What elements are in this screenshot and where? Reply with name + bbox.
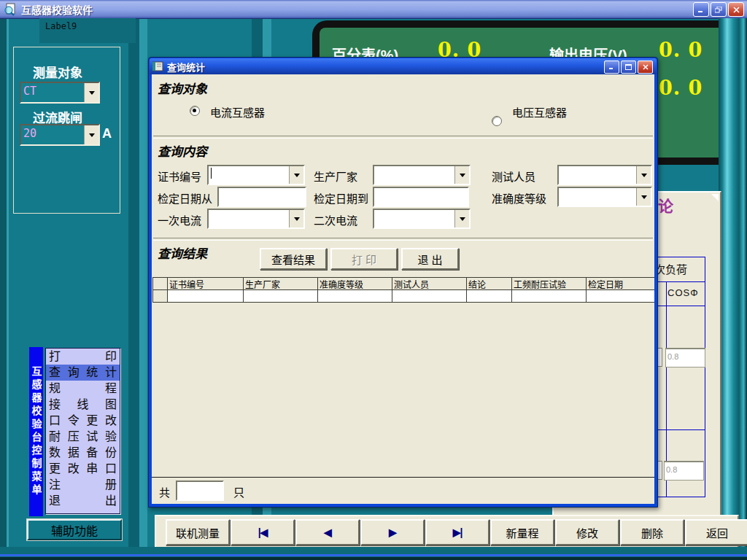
dropdown-arrow-icon[interactable] xyxy=(454,166,469,184)
trip-combo[interactable]: 20 xyxy=(20,124,100,146)
right-bezel xyxy=(719,18,747,560)
secondary-current-label: 二次电流 xyxy=(314,212,357,228)
bottom-toolbar: 联机测量 |◀ ◀ ▶ ▶| 新量程 修改 删除 返回 xyxy=(155,515,739,550)
cert-no-label: 证书编号 xyxy=(158,168,201,184)
table-cell xyxy=(244,290,318,303)
side-panel-title-fragment: 论 xyxy=(658,194,673,216)
bottom-blue-line xyxy=(0,554,747,556)
exit-button[interactable]: 退 出 xyxy=(401,248,459,270)
dropdown-arrow-icon[interactable] xyxy=(636,166,651,184)
voltage-value-2: 0. 0 xyxy=(659,77,703,99)
text-caret xyxy=(211,168,212,179)
table-cell xyxy=(318,290,392,303)
dialog-form-icon xyxy=(152,61,163,71)
background-band xyxy=(0,18,7,560)
menu-item-query-stats[interactable]: 查 询 统 计 xyxy=(46,365,120,381)
section-content-heading: 查询内容 xyxy=(158,141,207,160)
table-cell xyxy=(168,290,244,303)
dialog-close-button[interactable] xyxy=(638,61,653,74)
menu-item-regulation[interactable]: 规 程 xyxy=(46,381,120,397)
menu-item-wiring-diagram[interactable]: 接 线 图 xyxy=(46,397,120,413)
minimize-button[interactable] xyxy=(693,2,709,17)
primary-current-label: 一次电流 xyxy=(158,212,201,228)
modify-button[interactable]: 修改 xyxy=(555,519,619,545)
new-range-button[interactable]: 新量程 xyxy=(490,519,554,545)
table-cell xyxy=(392,290,467,303)
first-record-button[interactable]: |◀ xyxy=(231,519,295,545)
accuracy-combo[interactable] xyxy=(557,187,652,207)
menu-item-print[interactable]: 打 印 xyxy=(46,349,120,365)
trip-value: 20 xyxy=(21,125,84,144)
section-object-heading: 查询对象 xyxy=(158,79,207,97)
close-button[interactable] xyxy=(728,2,744,17)
table-cell xyxy=(467,290,512,303)
date-from-label: 检定日期从 xyxy=(158,190,212,206)
radio-voltage-transformer-label: 电压互感器 xyxy=(512,104,567,120)
manufacturer-combo[interactable] xyxy=(373,165,471,185)
menu-item-register[interactable]: 注 册 xyxy=(46,477,120,493)
menu-item-password-change[interactable]: 口 令 更 改 xyxy=(46,413,120,429)
dropdown-arrow-icon[interactable] xyxy=(84,83,98,102)
measure-object-value: CT xyxy=(21,83,84,102)
date-from-input[interactable] xyxy=(217,187,306,207)
date-to-label: 检定日期到 xyxy=(314,190,368,206)
background-band xyxy=(139,18,147,560)
separator xyxy=(153,238,653,241)
view-results-button[interactable]: 查看结果 xyxy=(260,248,327,270)
radio-current-transformer-label: 电流互感器 xyxy=(210,104,265,120)
table-header-manufacturer: 生产厂家 xyxy=(244,278,318,290)
dialog-minimize-button[interactable] xyxy=(604,61,619,74)
prev-record-button[interactable]: ◀ xyxy=(295,519,360,545)
manufacturer-label: 生产厂家 xyxy=(314,168,357,184)
total-count-input[interactable] xyxy=(176,481,224,501)
side-load-label: 次负荷 xyxy=(654,261,687,276)
cert-no-combo[interactable] xyxy=(207,165,305,185)
last-record-button[interactable]: ▶| xyxy=(425,519,489,545)
tester-label: 测试人员 xyxy=(492,168,535,184)
menu-item-data-backup[interactable]: 数 据 备 份 xyxy=(46,445,120,461)
menu-item-serial-change[interactable]: 更 改 串 口 xyxy=(46,461,120,477)
dropdown-arrow-icon[interactable] xyxy=(84,125,98,144)
next-record-button[interactable]: ▶ xyxy=(360,519,425,545)
tester-combo[interactable] xyxy=(557,165,652,185)
table-header-tester: 测试人员 xyxy=(392,278,467,290)
separator xyxy=(153,136,653,139)
dropdown-arrow-icon[interactable] xyxy=(289,210,303,228)
radio-voltage-transformer[interactable] xyxy=(492,116,502,126)
table-header-row: 证书编号 生产厂家 准确度等级 测试人员 结论 工频耐压试验 检定日期 xyxy=(153,278,654,290)
dropdown-arrow-icon[interactable] xyxy=(636,188,651,206)
return-button[interactable]: 返回 xyxy=(685,519,747,545)
row-header-cell xyxy=(153,290,168,303)
background-band xyxy=(128,18,139,560)
table-header-withstand-test: 工频耐压试验 xyxy=(512,278,587,290)
side-cos-input-1[interactable]: 0.8 xyxy=(665,348,705,368)
app-icon xyxy=(4,3,17,16)
dialog-titlebar: 查询统计 xyxy=(150,58,657,74)
side-cos-input-2[interactable]: 0.8 xyxy=(664,461,704,481)
dropdown-arrow-icon[interactable] xyxy=(454,210,469,228)
menu-item-withstand-test[interactable]: 耐 压 试 验 xyxy=(46,429,120,445)
print-button[interactable]: 打 印 xyxy=(330,248,398,270)
primary-current-combo[interactable] xyxy=(207,209,305,229)
dialog-maximize-button[interactable] xyxy=(621,61,636,74)
table-row[interactable] xyxy=(153,290,654,303)
table-header-conclusion: 结论 xyxy=(467,278,512,290)
dropdown-arrow-icon[interactable] xyxy=(289,166,303,184)
trip-unit-label: A xyxy=(102,126,112,141)
footer-line xyxy=(152,477,654,478)
dialog-title: 查询统计 xyxy=(167,60,205,74)
online-measure-button[interactable]: 联机测量 xyxy=(166,519,230,545)
table-cell xyxy=(587,290,654,303)
delete-button[interactable]: 删除 xyxy=(620,519,684,545)
measure-object-combo[interactable]: CT xyxy=(20,82,100,104)
radio-current-transformer[interactable] xyxy=(190,106,200,116)
menu-item-exit[interactable]: 退 出 xyxy=(46,493,120,509)
aux-function-button[interactable]: 辅助功能 xyxy=(27,519,122,540)
table-header-date: 检定日期 xyxy=(587,278,654,290)
application-window: 互感器校验软件 Label9 百分表(%) 0. 0 输出电压(V) 0. 0 … xyxy=(0,0,747,560)
total-label: 共 xyxy=(159,484,170,499)
secondary-current-combo[interactable] xyxy=(373,209,471,229)
menu-vertical-title: 互感器校验台控制菜单 xyxy=(29,347,43,516)
date-to-input[interactable] xyxy=(373,187,469,207)
restore-button[interactable] xyxy=(711,2,727,17)
